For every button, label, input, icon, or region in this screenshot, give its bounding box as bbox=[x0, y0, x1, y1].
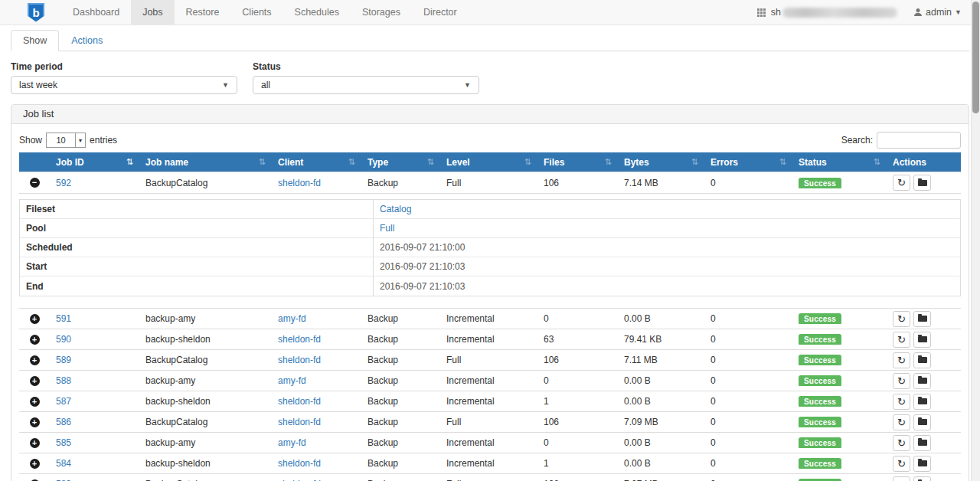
status-badge: Success bbox=[799, 178, 841, 188]
sort-desc-icon[interactable]: ⇅ bbox=[126, 157, 133, 167]
files-cell: 0 bbox=[537, 313, 618, 324]
job-id-link[interactable]: 587 bbox=[56, 396, 71, 407]
sort-icon[interactable]: ⇅ bbox=[874, 157, 880, 167]
folder-icon bbox=[918, 378, 927, 384]
rerun-job-button[interactable]: ↻ bbox=[893, 373, 910, 389]
job-id-link[interactable]: 588 bbox=[56, 375, 71, 386]
expand-row-icon[interactable]: + bbox=[30, 459, 40, 469]
brand-logo[interactable]: b bbox=[28, 0, 44, 25]
header-errors[interactable]: Errors⇅ bbox=[704, 152, 792, 172]
job-detail-section: FilesetCatalogPoolFullScheduled2016-09-0… bbox=[19, 193, 961, 308]
detail-value-link[interactable]: Catalog bbox=[380, 204, 411, 214]
collapse-row-icon[interactable]: − bbox=[30, 178, 40, 188]
list-files-button[interactable] bbox=[913, 435, 931, 451]
expand-row-icon[interactable]: + bbox=[30, 335, 40, 345]
job-id-link[interactable]: 591 bbox=[56, 313, 71, 324]
client-link[interactable]: sheldon-fd bbox=[278, 178, 321, 188]
list-files-button[interactable] bbox=[913, 394, 931, 410]
files-cell: 1 bbox=[537, 458, 618, 469]
entries-select[interactable]: 10 ▼ bbox=[46, 133, 86, 148]
tab-actions[interactable]: Actions bbox=[59, 30, 115, 51]
sort-icon[interactable]: ⇅ bbox=[779, 157, 786, 167]
detail-value-link[interactable]: Full bbox=[380, 223, 394, 234]
expand-row-icon[interactable]: + bbox=[30, 397, 40, 407]
nav-item-clients[interactable]: Clients bbox=[230, 0, 283, 25]
hostname: sh bbox=[771, 7, 897, 18]
nav-item-director[interactable]: Director bbox=[412, 0, 469, 25]
rerun-job-button[interactable]: ↻ bbox=[893, 311, 910, 327]
list-files-button[interactable] bbox=[913, 311, 931, 327]
header-job-name[interactable]: Job name⇅ bbox=[139, 152, 272, 172]
sort-icon[interactable]: ⇅ bbox=[605, 157, 612, 167]
expand-row-icon[interactable]: + bbox=[30, 376, 40, 386]
list-files-button[interactable] bbox=[913, 332, 931, 348]
detail-key: Fileset bbox=[20, 200, 374, 218]
status-badge: Success bbox=[799, 375, 841, 386]
level-cell: Incremental bbox=[440, 396, 537, 407]
list-files-button[interactable] bbox=[913, 456, 931, 472]
job-id-link[interactable]: 592 bbox=[56, 178, 71, 188]
nav-item-dashboard[interactable]: Dashboard bbox=[61, 0, 131, 25]
rerun-job-button[interactable]: ↻ bbox=[893, 352, 910, 368]
nav-item-restore[interactable]: Restore bbox=[175, 0, 231, 25]
tab-show[interactable]: Show bbox=[11, 30, 59, 51]
list-files-button[interactable] bbox=[913, 414, 931, 430]
status-select[interactable]: all ▼ bbox=[253, 76, 479, 94]
client-link[interactable]: sheldon-fd bbox=[278, 396, 321, 407]
list-files-button[interactable] bbox=[913, 476, 931, 481]
rerun-job-button[interactable]: ↻ bbox=[893, 394, 910, 410]
table-row: −592BackupCatalogsheldon-fdBackupFull106… bbox=[19, 172, 961, 193]
sort-icon[interactable]: ⇅ bbox=[348, 157, 355, 167]
job-id-link[interactable]: 589 bbox=[56, 355, 71, 365]
nav-item-storages[interactable]: Storages bbox=[351, 0, 412, 25]
rerun-job-button[interactable]: ↻ bbox=[893, 414, 910, 430]
rerun-job-button[interactable]: ↻ bbox=[893, 435, 910, 451]
rerun-icon: ↻ bbox=[897, 376, 906, 386]
list-files-button[interactable] bbox=[913, 373, 931, 389]
expand-row-icon[interactable]: + bbox=[30, 314, 40, 324]
rerun-job-button[interactable]: ↻ bbox=[893, 456, 910, 472]
search-input[interactable] bbox=[877, 132, 961, 149]
tab-bar: Show Actions bbox=[11, 30, 969, 51]
client-link[interactable]: amy-fd bbox=[278, 437, 306, 448]
rerun-job-button[interactable]: ↻ bbox=[893, 332, 910, 348]
expand-row-icon[interactable]: + bbox=[30, 438, 40, 448]
user-icon bbox=[913, 8, 923, 17]
list-files-button[interactable] bbox=[913, 175, 931, 191]
rerun-job-button[interactable]: ↻ bbox=[893, 476, 910, 481]
list-files-button[interactable] bbox=[913, 352, 931, 368]
nav-item-jobs[interactable]: Jobs bbox=[131, 0, 174, 25]
files-cell: 106 bbox=[537, 355, 618, 365]
header-files[interactable]: Files⇅ bbox=[537, 152, 618, 172]
scrollbar-thumb[interactable] bbox=[972, 2, 979, 113]
expand-row-icon[interactable]: + bbox=[30, 417, 40, 427]
time-period-select[interactable]: last week ▼ bbox=[11, 76, 237, 94]
header-job-id[interactable]: Job ID⇅ bbox=[50, 152, 139, 172]
header-status[interactable]: Status⇅ bbox=[792, 152, 887, 172]
bytes-cell: 0.00 B bbox=[618, 396, 704, 407]
header-bytes[interactable]: Bytes⇅ bbox=[618, 152, 704, 172]
client-link[interactable]: amy-fd bbox=[278, 313, 306, 324]
client-link[interactable]: sheldon-fd bbox=[278, 417, 321, 427]
rerun-job-button[interactable]: ↻ bbox=[893, 175, 910, 191]
header-level[interactable]: Level⇅ bbox=[440, 152, 537, 172]
sort-icon[interactable]: ⇅ bbox=[259, 157, 266, 167]
job-id-link[interactable]: 584 bbox=[56, 458, 71, 469]
sort-icon[interactable]: ⇅ bbox=[524, 157, 531, 167]
client-link[interactable]: sheldon-fd bbox=[278, 334, 321, 345]
sort-icon[interactable]: ⇅ bbox=[691, 157, 698, 167]
sort-icon[interactable]: ⇅ bbox=[427, 157, 434, 167]
expand-row-icon[interactable]: + bbox=[30, 355, 40, 365]
client-link[interactable]: amy-fd bbox=[278, 375, 306, 386]
job-id-link[interactable]: 586 bbox=[56, 417, 71, 427]
header-client[interactable]: Client⇅ bbox=[272, 152, 361, 172]
client-link[interactable]: sheldon-fd bbox=[278, 458, 321, 469]
job-id-link[interactable]: 590 bbox=[56, 334, 71, 345]
vertical-scrollbar[interactable] bbox=[971, 0, 980, 481]
job-id-link[interactable]: 585 bbox=[56, 437, 71, 448]
header-type[interactable]: Type⇅ bbox=[361, 152, 440, 172]
user-menu[interactable]: admin ▼ bbox=[913, 7, 962, 18]
nav-item-schedules[interactable]: Schedules bbox=[283, 0, 351, 25]
folder-icon bbox=[918, 398, 927, 404]
client-link[interactable]: sheldon-fd bbox=[278, 355, 321, 365]
